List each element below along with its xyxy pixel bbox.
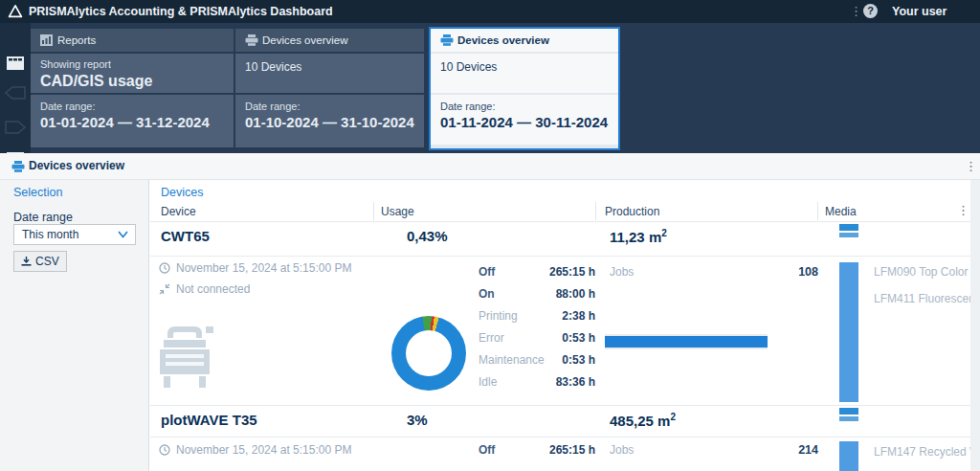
chevron-down-icon <box>118 231 128 238</box>
printer-icon <box>245 34 258 46</box>
media-mini-bar <box>839 233 858 237</box>
top-bar: PRISMAlytics Accounting & PRISMAlytics D… <box>0 0 980 23</box>
dashboard-root: PRISMAlytics Accounting & PRISMAlytics D… <box>0 0 980 471</box>
date-range-value: 01-10-2024 — 31-10-2024 <box>245 114 424 130</box>
overview-title: Devices overview <box>29 153 124 179</box>
tab-devices-overview-nov-active[interactable]: Devices overview 10 Devices Date range: … <box>429 27 620 150</box>
divider <box>150 437 970 437</box>
dashboard-icon[interactable] <box>7 56 24 70</box>
state-value: 2:38 h <box>517 309 595 323</box>
state-label: Error <box>479 331 504 345</box>
help-icon[interactable]: ? <box>863 4 878 18</box>
csv-label: CSV <box>35 255 59 268</box>
app-title: PRISMAlytics Accounting & PRISMAlytics D… <box>29 0 333 23</box>
state-value: 0:53 h <box>517 331 595 345</box>
report-name: CAD/GIS usage <box>40 73 234 90</box>
col-divider <box>595 202 596 220</box>
not-connected-icon <box>159 283 170 295</box>
devices-section-title: Devices <box>161 186 203 199</box>
media-mini-bar <box>839 416 858 421</box>
state-label: Off <box>479 443 495 457</box>
divider <box>150 405 970 406</box>
state-value: 83:36 h <box>517 375 595 389</box>
col-media[interactable]: Media <box>825 205 857 218</box>
device-name[interactable]: plotWAVE T35 <box>161 412 257 428</box>
scrollbar[interactable] <box>970 180 980 471</box>
divider <box>150 221 970 222</box>
state-label: Printing <box>479 309 518 323</box>
media-usage-bar <box>839 441 858 471</box>
csv-export-button[interactable]: CSV <box>13 251 67 272</box>
left-icon-rail <box>0 23 31 153</box>
device-production: 485,25 m2 <box>610 412 676 429</box>
media-mini-bar <box>839 224 858 231</box>
tag-left-icon[interactable] <box>5 86 26 100</box>
date-range-label: Date range: <box>40 101 234 112</box>
col-divider <box>817 202 818 220</box>
state-value: 0:53 h <box>517 353 595 367</box>
date-range-value: 01-11-2024 — 30-11-2024 <box>440 114 618 130</box>
media-mini-bar <box>839 408 858 415</box>
date-range-label: Date range <box>13 211 73 224</box>
table-menu-icon[interactable]: ⋮ <box>957 204 969 217</box>
tag-right-icon[interactable] <box>5 121 26 134</box>
device-count: 10 Devices <box>440 60 618 74</box>
date-range-label: Date range: <box>440 101 618 112</box>
state-label: Idle <box>479 375 497 389</box>
device-production: 11,23 m2 <box>610 228 667 245</box>
report-icon <box>40 34 53 46</box>
showing-report-label: Showing report <box>40 58 234 70</box>
date-range-select[interactable]: This month <box>13 224 136 245</box>
state-value: 265:15 h <box>517 443 595 457</box>
date-range-value: This month <box>22 225 78 244</box>
tab-title: Reports <box>57 29 96 52</box>
jobs-label: Jobs <box>610 265 634 279</box>
date-range-label: Date range: <box>245 101 424 112</box>
col-production[interactable]: Production <box>605 205 659 218</box>
clock-icon <box>159 444 170 456</box>
device-usage: 3% <box>407 412 428 428</box>
tab-devices-overview-oct[interactable]: Devices overview 10 Devices Date range: … <box>235 29 424 147</box>
col-usage[interactable]: Usage <box>381 205 414 218</box>
overview-header: Devices overview ⋮ <box>0 153 980 180</box>
selection-title: Selection <box>13 186 62 199</box>
jobs-bar <box>605 334 768 349</box>
divider <box>150 256 970 257</box>
overview-menu-icon[interactable]: ⋮ <box>965 160 977 173</box>
last-update-timestamp: November 15, 2024 at 5:15:00 PM <box>176 443 351 457</box>
download-icon <box>21 257 32 267</box>
donut-hole <box>406 330 452 376</box>
last-update-timestamp: November 15, 2024 at 5:15:00 PM <box>176 261 351 275</box>
device-usage: 0,43% <box>407 228 448 244</box>
date-range-value: 01-01-2024 — 31-12-2024 <box>40 114 234 130</box>
media-usage-bar <box>839 262 858 402</box>
connection-status: Not connected <box>176 282 250 296</box>
state-donut-chart <box>391 316 466 391</box>
tab-title: Devices overview <box>457 29 549 52</box>
clock-icon <box>159 262 170 274</box>
state-label: On <box>479 287 495 301</box>
media-name: LFM090 Top Color 90gs <box>874 265 970 279</box>
tab-reports[interactable]: Reports Showing report CAD/GIS usage Dat… <box>31 29 234 147</box>
state-value: 88:00 h <box>517 287 595 301</box>
printer-illustration <box>156 323 217 392</box>
printer-icon <box>11 161 25 172</box>
jobs-label: Jobs <box>610 443 634 457</box>
device-count: 10 Devices <box>245 60 424 74</box>
prisma-logo-icon <box>8 4 23 19</box>
media-name: LFM147 Recycled Whit <box>874 445 970 459</box>
topbar-menu-icon[interactable]: ⋮ <box>850 5 862 18</box>
col-device[interactable]: Device <box>161 205 196 218</box>
col-divider <box>373 202 374 220</box>
tab-title: Devices overview <box>262 29 347 52</box>
jobs-value: 214 <box>756 443 818 457</box>
state-value: 265:15 h <box>517 265 595 279</box>
device-name[interactable]: CWT65 <box>161 228 210 244</box>
state-label: Off <box>479 265 495 279</box>
jobs-value: 108 <box>756 265 818 279</box>
media-name: LFM411 Fluorescent Pa <box>874 292 970 305</box>
printer-icon <box>440 34 454 46</box>
